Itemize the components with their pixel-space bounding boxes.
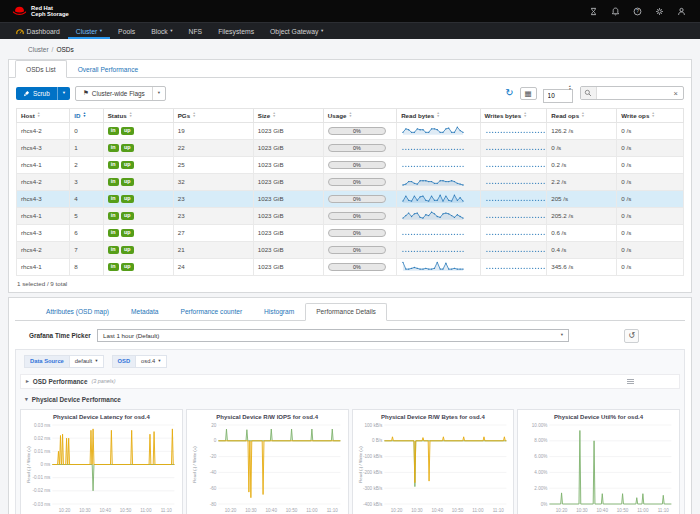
osd-performance-row[interactable]: ▸ OSD Performance (3 panels) [20, 374, 680, 389]
nav-item-label: Filesystems [218, 28, 254, 35]
data-source-select[interactable]: default▾ [70, 355, 104, 368]
cluster-wide-flags-button[interactable]: ⚑ Cluster-wide Flags ▾ [75, 86, 166, 101]
column-header-id[interactable]: ID▴▾ [70, 108, 103, 122]
detail-tab-histogram[interactable]: Histogram [253, 303, 305, 321]
cell-id: 6 [70, 224, 103, 241]
nav-item-label: NFS [189, 28, 203, 35]
nav-item-nfs[interactable]: NFS [181, 23, 211, 39]
detail-tab-attributes-osd-map[interactable]: Attributes (OSD map) [35, 303, 120, 321]
cell-pgs: 27 [173, 224, 253, 241]
scrub-caret[interactable]: ▾ [57, 87, 70, 100]
chart-title[interactable]: Physical Device Latency for osd.4 [23, 412, 180, 421]
svg-text:10:40: 10:40 [265, 508, 277, 513]
page-size-control: ▴▾ [543, 84, 573, 103]
search-icon[interactable] [581, 87, 597, 99]
column-header-write-ops[interactable]: Write ops▴▾ [617, 108, 684, 122]
status-badge: in [108, 178, 119, 186]
sparkline-chart [401, 193, 465, 204]
table-row[interactable]: rhcs4-20inup191023 GiB0%126.2 /s0 /s [17, 122, 684, 139]
table-row[interactable]: rhcs4-23inup321023 GiB0%2.2 /s0 /s [17, 173, 684, 190]
column-header-usage[interactable]: Usage▴▾ [323, 108, 396, 122]
cell-size: 1023 GiB [253, 207, 323, 224]
table-row[interactable]: rhcs4-27inup211023 GiB0%0.4 /s0 /s [17, 241, 684, 258]
svg-text:11:10: 11:10 [658, 508, 670, 513]
nav-item-cluster[interactable]: Cluster▾ [68, 23, 110, 39]
nav-item-label: Pools [118, 28, 135, 35]
svg-text:10:30: 10:30 [576, 508, 588, 513]
table-row[interactable]: rhcs4-15inup231023 GiB0%205.2 /s0 /s [17, 207, 684, 224]
tasks-icon[interactable] [588, 6, 598, 16]
sort-icon: ▴▾ [130, 112, 132, 118]
cell-write-ops: 0 /s [617, 122, 684, 139]
columns-button[interactable]: ▦ [520, 87, 537, 100]
column-header-status[interactable]: Status▴▾ [103, 108, 173, 122]
settings-gear-icon[interactable] [654, 6, 664, 16]
status-badge: up [121, 263, 134, 271]
nav-item-dashboard[interactable]: Dashboard [8, 23, 68, 39]
tab-overall-performance[interactable]: Overall Performance [67, 60, 149, 78]
user-icon[interactable] [676, 6, 686, 16]
chart-plot: 200-20-40-60-8010:2010:3010:4010:5011:00… [189, 421, 346, 514]
svg-text:10:20: 10:20 [59, 508, 71, 513]
chart-title[interactable]: Physical Device Util% for osd.4 [520, 412, 677, 421]
osd-details-card: Attributes (OSD map)MetadataPerformance … [8, 297, 692, 514]
sparkline-chart [401, 125, 465, 136]
table-row[interactable]: rhcs4-18inup241023 GiB0%345.6 /s0 /s [17, 258, 684, 275]
cell-host: rhcs4-2 [17, 122, 70, 139]
cell-write-ops: 0 /s [617, 207, 684, 224]
cell-id: 8 [70, 258, 103, 275]
cell-write-ops: 0 /s [617, 173, 684, 190]
time-picker-select[interactable]: Last 1 hour (Default) ▾ [97, 329, 569, 342]
column-header-read-ops[interactable]: Read ops▴▾ [547, 108, 617, 122]
cell-usage: 0% [323, 207, 396, 224]
cell-usage: 0% [323, 224, 396, 241]
refresh-icon[interactable]: ↻ [505, 88, 513, 98]
table-row[interactable]: rhcs4-12inup251023 GiB0%0.2 /s0 /s [17, 156, 684, 173]
breadcrumb-separator: / [52, 46, 54, 53]
cell-read-ops: 2.2 /s [547, 173, 617, 190]
nav-item-block[interactable]: Block▾ [143, 23, 180, 39]
column-label: Read bytes [401, 112, 434, 119]
column-header-writes-bytes[interactable]: Writes bytes▴▾ [480, 108, 547, 122]
breadcrumb-parent[interactable]: Cluster [28, 46, 49, 53]
page-size-stepper[interactable]: ▴▾ [569, 85, 571, 92]
cell-writes-bytes [480, 224, 547, 241]
scrub-button[interactable]: Scrub ▾ [16, 87, 70, 100]
column-header-size[interactable]: Size▴▾ [253, 108, 323, 122]
column-header-read-bytes[interactable]: Read bytes▴▾ [397, 108, 480, 122]
nav-item-filesystems[interactable]: Filesystems [210, 23, 262, 39]
table-row[interactable]: rhcs4-34inup231023 GiB0%205 /s0 /s [17, 190, 684, 207]
detail-tab-performance-details[interactable]: Performance Details [305, 303, 387, 321]
cell-size: 1023 GiB [253, 139, 323, 156]
physical-device-performance-row[interactable]: ▾ Physical Device Performance [20, 393, 680, 406]
search-input[interactable] [597, 90, 669, 97]
time-picker-reset-icon[interactable]: ↺ [624, 329, 639, 343]
notifications-bell-icon[interactable] [610, 6, 620, 16]
table-row[interactable]: rhcs4-36inup271023 GiB0%0.6 /s0 /s [17, 224, 684, 241]
chart-title[interactable]: Physical Device R/W Bytes for osd.4 [355, 412, 512, 421]
column-header-host[interactable]: Host▴▾ [17, 108, 70, 122]
table-row[interactable]: rhcs4-31inup221023 GiB0%0 /s0 /s [17, 139, 684, 156]
chevron-down-icon: ▾ [100, 29, 102, 34]
detail-tab-performance-counter[interactable]: Performance counter [170, 303, 254, 321]
column-header-pgs[interactable]: PGs▴▾ [173, 108, 253, 122]
cell-status: inup [103, 173, 173, 190]
osd-select[interactable]: osd.4▾ [136, 355, 167, 368]
flags-caret[interactable]: ▾ [152, 87, 165, 100]
charts-row: Physical Device Latency for osd.40.03 ms… [20, 409, 680, 514]
nav-item-object-gateway[interactable]: Object Gateway▾ [262, 23, 331, 39]
cell-status: inup [103, 258, 173, 275]
cell-pgs: 19 [173, 122, 253, 139]
chart-plot: 0.03 ms0.02 ms0.01 ms0 ms-0.01 ms-0.02 m… [23, 421, 180, 514]
svg-text:10:30: 10:30 [79, 508, 91, 513]
status-badge: in [108, 246, 119, 254]
detail-tab-metadata[interactable]: Metadata [120, 303, 170, 321]
tab-osds-list[interactable]: OSDs List [15, 60, 67, 78]
cell-pgs: 32 [173, 173, 253, 190]
row-menu-icon[interactable] [627, 379, 634, 384]
help-icon[interactable]: ? [632, 6, 642, 16]
clear-search-icon[interactable]: × [669, 89, 683, 98]
nav-item-pools[interactable]: Pools [110, 23, 143, 39]
cell-read-bytes [397, 173, 480, 190]
chart-title[interactable]: Physical Device R/W IOPS for osd.4 [189, 412, 346, 421]
